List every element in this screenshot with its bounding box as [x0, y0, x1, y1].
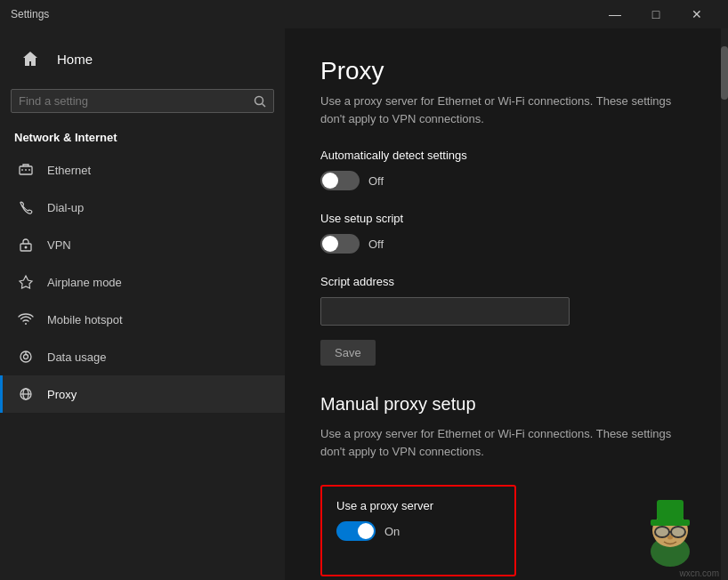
hotspot-icon [17, 310, 35, 328]
use-script-state: Off [368, 238, 384, 251]
use-script-label: Use setup script [320, 212, 692, 225]
home-icon [14, 43, 46, 75]
use-proxy-label: Use a proxy server [336, 499, 500, 512]
minimize-button[interactable]: — [595, 0, 635, 28]
titlebar: Settings — □ ✕ [0, 0, 728, 28]
svg-point-23 [667, 536, 673, 540]
datausage-icon [17, 348, 35, 366]
svg-rect-17 [657, 500, 684, 520]
auto-detect-toggle-row: Off [320, 171, 692, 190]
manual-section-title: Manual proxy setup [320, 394, 692, 415]
script-address-input[interactable] [320, 297, 570, 326]
home-label: Home [57, 52, 93, 67]
search-input[interactable] [19, 94, 248, 108]
maximize-button[interactable]: □ [635, 0, 676, 28]
content-area: Proxy Use a proxy server for Ethernet or… [285, 28, 728, 580]
auto-detect-state: Off [368, 174, 384, 188]
svg-line-1 [263, 103, 266, 107]
search-icon [254, 95, 266, 108]
svg-point-7 [25, 246, 28, 249]
content-scroll[interactable]: Proxy Use a proxy server for Ethernet or… [285, 28, 728, 580]
window-controls: — □ ✕ [595, 0, 717, 28]
use-proxy-toggle-row: On [336, 521, 500, 541]
app-title: Settings [11, 8, 49, 20]
close-button[interactable]: ✕ [676, 0, 717, 28]
use-proxy-toggle[interactable] [336, 521, 376, 541]
ethernet-label: Ethernet [47, 164, 91, 177]
use-script-toggle-row: Off [320, 234, 692, 254]
dialup-icon [17, 198, 35, 216]
datausage-label: Data usage [47, 350, 107, 364]
sidebar-item-proxy[interactable]: Proxy [0, 375, 285, 413]
airplane-label: Airplane mode [47, 276, 122, 289]
use-proxy-state: On [384, 525, 400, 538]
watermark: wxcn.com [680, 568, 719, 578]
mascot [639, 491, 701, 562]
sidebar-item-dialup[interactable]: Dial-up [0, 189, 285, 226]
vpn-label: VPN [47, 238, 71, 252]
sidebar: Home Network & Internet Et [0, 28, 285, 580]
svg-point-21 [672, 528, 684, 536]
auto-detect-thumb [322, 173, 338, 189]
auto-detect-toggle[interactable] [320, 171, 360, 190]
save-button[interactable]: Save [320, 340, 376, 366]
scrollbar-track[interactable] [721, 28, 728, 580]
svg-rect-16 [651, 520, 690, 526]
proxy-label: Proxy [47, 388, 77, 401]
script-address-label: Script address [320, 275, 692, 288]
use-proxy-highlight-box: Use a proxy server On [320, 485, 516, 576]
scrollbar-thumb[interactable] [721, 46, 728, 100]
search-box[interactable] [11, 89, 274, 113]
svg-point-0 [255, 96, 263, 104]
manual-section-desc: Use a proxy server for Ethernet or Wi-Fi… [320, 425, 692, 460]
use-script-toggle[interactable] [320, 234, 360, 254]
vpn-icon [17, 236, 35, 254]
use-proxy-thumb [358, 523, 374, 539]
auto-section-desc: Use a proxy server for Ethernet or Wi-Fi… [320, 93, 692, 127]
sidebar-item-ethernet[interactable]: Ethernet [0, 151, 285, 189]
sidebar-item-datausage[interactable]: Data usage [0, 338, 285, 375]
page-title: Proxy [320, 57, 692, 85]
mascot-svg [639, 491, 701, 567]
airplane-icon [17, 273, 35, 291]
svg-point-9 [24, 355, 28, 359]
sidebar-section-label: Network & Internet [0, 120, 285, 151]
dialup-label: Dial-up [47, 201, 84, 214]
app-body: Home Network & Internet Et [0, 28, 728, 580]
sidebar-item-airplane[interactable]: Airplane mode [0, 263, 285, 301]
hotspot-label: Mobile hotspot [47, 313, 123, 326]
auto-detect-label: Automatically detect settings [320, 149, 692, 162]
svg-point-20 [656, 528, 668, 536]
sidebar-home[interactable]: Home [0, 28, 285, 82]
sidebar-item-vpn[interactable]: VPN [0, 226, 285, 263]
ethernet-icon [17, 161, 35, 179]
sidebar-item-hotspot[interactable]: Mobile hotspot [0, 301, 285, 338]
proxy-icon [17, 385, 35, 403]
use-script-thumb [322, 236, 338, 252]
